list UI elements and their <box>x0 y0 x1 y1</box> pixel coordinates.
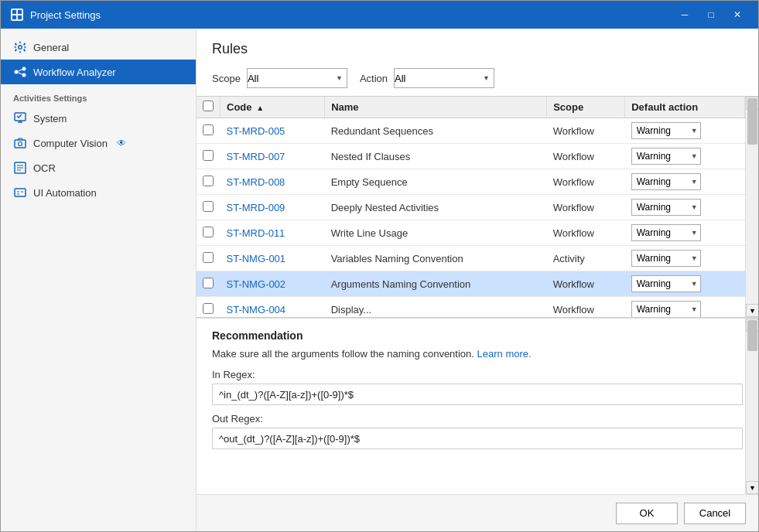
row-checkbox[interactable] <box>203 124 214 135</box>
svg-point-5 <box>15 70 19 74</box>
table-row[interactable]: ST-MRD-011 Write Line Usage Workflow War… <box>197 220 745 246</box>
close-button[interactable]: ✕ <box>726 6 749 23</box>
row-checkbox[interactable] <box>203 252 214 263</box>
table-scroll[interactable]: Code ▲ Name Scope <box>197 97 745 317</box>
name-header: Name <box>331 101 358 113</box>
row-action-select[interactable]: Warning <box>631 224 701 241</box>
default-action-header: Default action <box>631 101 698 113</box>
table-row[interactable]: ST-MRD-008 Empty Sequence Workflow Warni… <box>197 169 745 195</box>
row-action-select[interactable]: Warning <box>631 301 701 317</box>
action-label: Action <box>360 73 388 84</box>
row-action-select[interactable]: Warning <box>631 148 701 165</box>
row-checkbox-cell <box>197 271 221 297</box>
sidebar-item-general[interactable]: General <box>1 35 196 60</box>
row-action-select[interactable]: Warning <box>631 275 701 292</box>
rec-scrollbar-thumb[interactable] <box>747 320 757 351</box>
row-name: Deeply Nested Activities <box>325 195 547 220</box>
row-checkbox-cell <box>197 195 221 220</box>
row-checkbox[interactable] <box>203 278 214 288</box>
row-action: Warning <box>625 246 745 271</box>
action-filter-group: Action All <box>360 68 494 88</box>
row-checkbox-cell <box>197 118 221 144</box>
row-name: Redundant Sequences <box>325 118 547 144</box>
titlebar: Project Settings ─ □ ✕ <box>1 1 758 29</box>
action-select-wrapper: Warning <box>631 173 701 190</box>
row-checkbox[interactable] <box>203 303 214 314</box>
scrollbar-thumb[interactable] <box>747 98 757 145</box>
row-action: Warning <box>625 220 745 246</box>
cancel-button[interactable]: Cancel <box>684 503 746 524</box>
sidebar-cv-label: Computer Vision <box>33 138 108 149</box>
row-name: Nested If Clauses <box>325 144 547 169</box>
svg-point-12 <box>19 142 22 146</box>
table-row[interactable]: ST-NMG-001 Variables Naming Convention A… <box>197 246 745 271</box>
rules-title: Rules <box>197 29 758 63</box>
sidebar-ocr-label: OCR <box>33 162 56 174</box>
scrollbar-down-btn[interactable]: ▼ <box>746 304 758 317</box>
row-action-select[interactable]: Warning <box>631 173 701 190</box>
row-action-select[interactable]: Warning <box>631 250 701 267</box>
rec-scrollbar[interactable]: ▲ ▼ <box>745 319 758 494</box>
select-all-checkbox[interactable] <box>203 101 214 111</box>
row-code[interactable]: ST-MRD-007 <box>221 144 325 169</box>
minimize-button[interactable]: ─ <box>673 6 696 23</box>
sidebar-item-workflow-analyzer[interactable]: Workflow Analyzer <box>1 60 196 84</box>
action-select-wrapper: Warning <box>631 301 701 317</box>
sidebar-item-system[interactable]: System <box>1 106 196 131</box>
svg-point-6 <box>22 67 26 71</box>
action-select-wrapper: Warning <box>631 224 701 241</box>
row-code[interactable]: ST-MRD-011 <box>221 220 325 246</box>
row-action: Warning <box>625 297 745 318</box>
svg-line-8 <box>19 70 22 71</box>
row-action-select[interactable]: Warning <box>631 199 701 216</box>
table-row[interactable]: ST-MRD-007 Nested If Clauses Workflow Wa… <box>197 144 745 169</box>
scope-select[interactable]: All <box>247 68 347 88</box>
sidebar-item-ocr[interactable]: OCR <box>1 155 196 180</box>
row-name: Write Line Usage <box>325 220 547 246</box>
rec-scrollbar-down-btn[interactable]: ▼ <box>746 481 758 494</box>
sort-arrow-icon: ▲ <box>256 104 264 112</box>
maximize-button[interactable]: □ <box>699 6 723 23</box>
row-code[interactable]: ST-MRD-008 <box>221 169 325 195</box>
sidebar-item-ui-automation[interactable]: UI Automation <box>1 180 196 205</box>
in-regex-input[interactable] <box>212 384 743 405</box>
table-scrollbar[interactable]: ▲ ▼ <box>745 97 758 317</box>
table-row[interactable]: ST-NMG-004 Display... Workflow Warning <box>197 297 745 318</box>
row-checkbox-cell <box>197 144 221 169</box>
table-row[interactable]: ST-MRD-009 Deeply Nested Activities Work… <box>197 195 745 220</box>
row-code[interactable]: ST-MRD-009 <box>221 195 325 220</box>
row-code[interactable]: ST-NMG-001 <box>221 246 325 271</box>
row-code[interactable]: ST-NMG-004 <box>221 297 325 318</box>
row-scope: Workflow <box>547 118 625 144</box>
ui-automation-icon <box>13 186 27 200</box>
learn-more-link[interactable]: Learn more. <box>477 348 532 360</box>
footer: OK Cancel <box>197 494 758 531</box>
recommendation-text: Make sure all the arguments follow the n… <box>212 348 743 360</box>
action-select-wrapper: Warning <box>631 122 701 139</box>
table-row[interactable]: ST-NMG-002 Arguments Naming Convention W… <box>197 271 745 297</box>
row-code[interactable]: ST-NMG-002 <box>221 271 325 297</box>
row-scope: Workflow <box>547 297 625 318</box>
row-code[interactable]: ST-MRD-005 <box>221 118 325 144</box>
row-checkbox[interactable] <box>203 227 214 237</box>
out-regex-input[interactable] <box>212 428 743 449</box>
row-checkbox[interactable] <box>203 150 214 161</box>
sidebar-workflow-label: Workflow Analyzer <box>33 66 116 78</box>
sidebar-ui-automation-label: UI Automation <box>33 187 97 199</box>
ok-button[interactable]: OK <box>616 503 678 524</box>
svg-rect-1 <box>12 10 16 14</box>
table-row[interactable]: ST-MRD-005 Redundant Sequences Workflow … <box>197 118 745 144</box>
col-scope[interactable]: Scope <box>547 97 625 118</box>
col-name[interactable]: Name <box>325 97 547 118</box>
row-checkbox[interactable] <box>203 176 214 186</box>
col-default-action[interactable]: Default action <box>625 97 745 118</box>
row-checkbox[interactable] <box>203 201 214 212</box>
col-code[interactable]: Code ▲ <box>221 97 325 118</box>
row-checkbox-cell <box>197 246 221 271</box>
sidebar-item-computer-vision[interactable]: Computer Vision 👁 <box>1 131 196 155</box>
row-action-select[interactable]: Warning <box>631 122 701 139</box>
sidebar-system-label: System <box>33 113 67 124</box>
row-name: Arguments Naming Convention <box>325 271 547 297</box>
rules-table-area: Code ▲ Name Scope <box>197 96 758 318</box>
action-select[interactable]: All <box>394 68 494 88</box>
